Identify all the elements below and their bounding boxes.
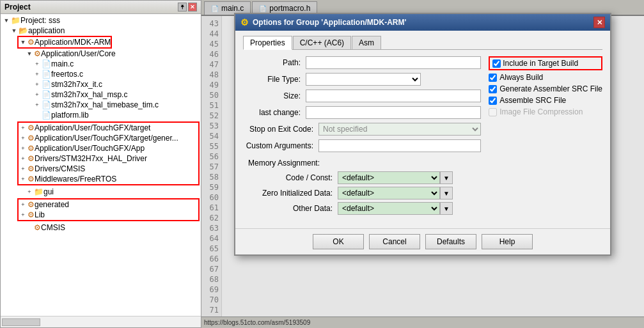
tree-generated[interactable]: + ⚙ generated [19, 199, 198, 210]
path-input[interactable] [306, 56, 481, 69]
zero-init-arrow[interactable]: ▼ [440, 187, 453, 199]
image-compression-option: Image File Compression [489, 107, 602, 116]
defaults-button[interactable]: Defaults [425, 234, 476, 249]
code-const-arrow[interactable]: ▼ [440, 171, 453, 184]
file-type-label: File Type: [243, 75, 301, 84]
tree-item-label: Application/User/TouchGFX/target [35, 123, 150, 132]
tree-app-user-core[interactable]: ▼ ⚙ Application/User/Core [25, 49, 200, 59]
expand-icon: ▼ [2, 16, 11, 25]
other-data-arrow[interactable]: ▼ [440, 202, 453, 215]
help-button[interactable]: Help [482, 234, 533, 249]
file-icon: 📄 [42, 80, 51, 89]
tree-stm32-it[interactable]: + 📄 stm32h7xx_it.c [33, 79, 200, 90]
pin-button[interactable]: 🖈 [178, 3, 187, 12]
project-panel: Project 🖈 ✕ ▼ 📁 Project: sss ▼ 📂 applica… [0, 0, 201, 328]
code-const-row: Code / Const: <default> ▼ [243, 171, 602, 184]
folder-icon: 📁 [34, 187, 43, 196]
other-data-select[interactable]: <default> [338, 202, 440, 215]
tree-cmsis[interactable]: ⚙ CMSIS [25, 223, 200, 233]
file-type-row: File Type: C Source file C++ Source file [243, 73, 481, 86]
horizontal-scrollbar[interactable] [2, 318, 40, 326]
gear-folder-icon: ⚙ [34, 49, 41, 58]
panel-scrollbar-bottom [1, 316, 201, 327]
tree-item-label: Middlewares/FreeRTOS [35, 175, 116, 184]
tab-properties[interactable]: Properties [243, 36, 292, 50]
tree-lib[interactable]: + ⚙ Lib [19, 210, 198, 220]
tab-asm[interactable]: Asm [352, 36, 381, 49]
custom-args-label: Custom Arguments: [243, 141, 313, 150]
stop-exit-select[interactable]: Not specified [318, 123, 481, 136]
always-build-checkbox[interactable] [489, 74, 497, 82]
tree-item-label: stm32h7xx_it.c [51, 80, 102, 89]
dialog-title-bar: ⚙ Options for Group 'Application/MDK-ARM… [235, 14, 610, 31]
folder-icon: 📂 [19, 26, 28, 35]
dialog-title-icon: ⚙ [240, 17, 249, 27]
path-row: Path: [243, 56, 481, 69]
tree-item-label: Drivers/CMSIS [35, 164, 85, 173]
root-label: Project: sss [20, 16, 60, 25]
tree-drivers-stm32[interactable]: + ⚙ Drivers/STM32H7xx_HAL_Driver [19, 153, 198, 164]
expand-icon: + [19, 210, 27, 219]
memory-title: Memory Assignment: [248, 159, 602, 168]
expand-icon: ▼ [19, 38, 27, 47]
tree-middlewares-freertos[interactable]: + ⚙ Middlewares/FreeRTOS [19, 174, 198, 184]
cancel-button[interactable]: Cancel [369, 234, 420, 249]
file-icon: 📄 [42, 70, 51, 79]
gear-folder-icon: ⚙ [27, 144, 35, 153]
expand-icon [25, 223, 34, 232]
code-const-select[interactable]: <default> [338, 171, 440, 184]
tree-stm32-hal-timebase[interactable]: + 📄 stm32h7xx_hal_timebase_tim.c [33, 100, 200, 110]
tree-item-label: Application/User/TouchGFX/App [35, 144, 145, 153]
gear-folder-icon: ⚙ [27, 38, 35, 47]
image-compression-label: Image File Compression [499, 107, 583, 116]
close-panel-button[interactable]: ✕ [188, 3, 197, 12]
include-target-checkbox[interactable] [492, 59, 501, 68]
expand-icon: + [33, 80, 42, 89]
size-input[interactable] [306, 90, 481, 102]
tree-item-label: application [28, 26, 65, 35]
expand-icon: + [33, 90, 42, 99]
tree-root[interactable]: ▼ 📁 Project: sss [2, 15, 200, 26]
gear-folder-icon: ⚙ [27, 123, 35, 132]
dialog-title-text: Options for Group 'Application/MDK-ARM' [253, 18, 406, 27]
generate-asm-label: Generate Assembler SRC File [499, 84, 602, 93]
memory-section: Memory Assignment: Code / Const: <defaul… [243, 159, 602, 215]
tree-main-c[interactable]: + 📄 main.c [33, 59, 200, 69]
tree-app-mdk[interactable]: ▼ ⚙ Application/MDK-ARM [19, 37, 111, 47]
size-row: Size: [243, 90, 481, 102]
dialog-tabs: Properties C/C++ (AC6) Asm [243, 36, 602, 50]
zero-init-select[interactable]: <default> [338, 187, 440, 199]
tree-application[interactable]: ▼ 📂 application [10, 26, 200, 36]
tree-touchgfx-app[interactable]: + ⚙ Application/User/TouchGFX/App [19, 143, 198, 153]
image-compression-checkbox[interactable] [489, 108, 497, 116]
last-change-input[interactable] [306, 106, 481, 119]
tree-stm32-hal-msp[interactable]: + 📄 stm32h7xx_hal_msp.c [33, 90, 200, 100]
dialog-close-button[interactable]: ✕ [593, 17, 605, 28]
tree-item-label: gui [43, 187, 54, 196]
tree-drivers-cmsis[interactable]: + ⚙ Drivers/CMSIS [19, 164, 198, 174]
gear-folder-icon: ⚙ [27, 164, 35, 173]
custom-args-row: Custom Arguments: [243, 139, 481, 152]
right-area: 📄 main.c 📄 portmacro.h 4344454647 484950… [201, 0, 644, 328]
tree-freertos-c[interactable]: + 📄 freertos.c [33, 69, 200, 79]
other-data-label: Other Data: [243, 204, 333, 213]
generate-asm-checkbox[interactable] [489, 85, 497, 93]
custom-args-input[interactable] [318, 139, 481, 152]
tree-platform-lib[interactable]: 📄 platform.lib [33, 110, 200, 120]
tree-touchgfx-target[interactable]: + ⚙ Application/User/TouchGFX/target [19, 123, 198, 133]
tree-item-label: Application/User/Core [41, 49, 116, 58]
stop-exit-label: Stop on Exit Code: [243, 125, 313, 134]
ok-button[interactable]: OK [313, 234, 364, 249]
assemble-src-checkbox[interactable] [489, 97, 497, 105]
red-box-group: + ⚙ Application/User/TouchGFX/target + ⚙… [17, 121, 200, 185]
file-type-select[interactable]: C Source file C++ Source file [306, 73, 421, 86]
tree-touchgfx-target-gen[interactable]: + ⚙ Application/User/TouchGFX/target/gen… [19, 133, 198, 143]
tab-c-cpp[interactable]: C/C++ (AC6) [293, 36, 351, 49]
expand-icon: + [19, 123, 27, 132]
tree-item-label: CMSIS [41, 223, 65, 232]
gear-folder-icon: ⚙ [27, 154, 35, 163]
tree-gui[interactable]: + 📁 gui [25, 187, 200, 197]
file-icon: 📄 [42, 59, 51, 68]
other-data-row: Other Data: <default> ▼ [243, 202, 602, 215]
file-icon: 📄 [42, 111, 51, 120]
